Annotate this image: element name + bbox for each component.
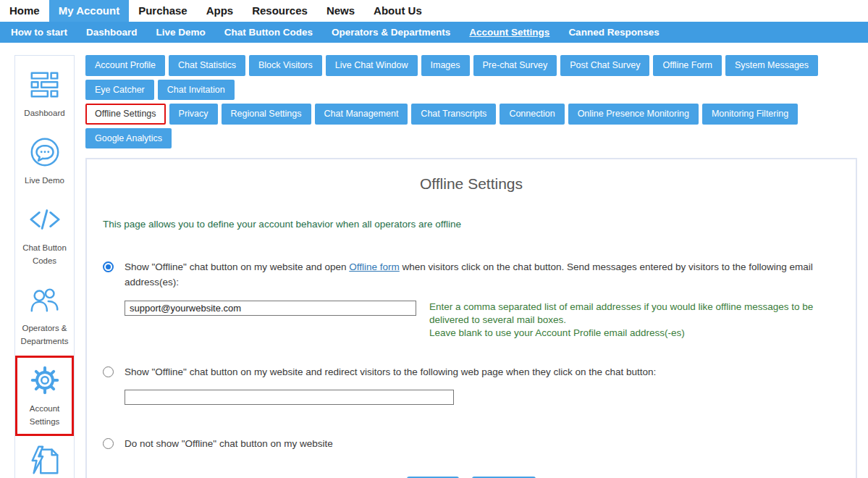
sidebar: Dashboard Live Demo [14, 55, 75, 478]
sidebar-item-label: Account Settings [30, 404, 60, 426]
code-icon [28, 203, 62, 236]
tab-connection[interactable]: Connection [500, 104, 564, 125]
gear-icon [28, 364, 62, 397]
tab-pre-chat-survey[interactable]: Pre-chat Survey [473, 55, 557, 76]
sidebar-item-label: Chat Button Codes [22, 243, 67, 265]
top-nav-news[interactable]: News [317, 0, 364, 22]
sub-nav-dashboard[interactable]: Dashboard [77, 22, 147, 43]
tab-privacy[interactable]: Privacy [169, 104, 218, 125]
sub-nav: How to start Dashboard Live Demo Chat Bu… [0, 22, 868, 43]
sub-nav-operators-departments[interactable]: Operators & Departments [322, 22, 460, 43]
top-nav: Home My Account Purchase Apps Resources … [0, 0, 868, 22]
radio-no-offline-button[interactable] [103, 438, 114, 449]
option-show-offline-form: Show "Offline" chat button on my website… [103, 260, 840, 290]
settings-tabs-row-1: Account Profile Chat Statistics Block Vi… [85, 55, 857, 100]
top-nav-about-us[interactable]: About Us [364, 0, 431, 22]
redirect-url-input[interactable] [125, 390, 454, 405]
sidebar-item-label: Live Demo [25, 176, 64, 185]
tab-post-chat-survey[interactable]: Post Chat Survey [560, 55, 649, 76]
people-icon [28, 283, 62, 316]
tab-chat-invitation[interactable]: Chat Invitation [158, 80, 235, 101]
tab-regional-settings[interactable]: Regional Settings [222, 104, 311, 125]
radio-redirect-webpage[interactable] [103, 366, 114, 377]
sub-nav-canned-responses[interactable]: Canned Responses [559, 22, 668, 43]
sidebar-item-canned-responses[interactable]: Canned Responses [15, 436, 74, 478]
sidebar-item-dashboard[interactable]: Dashboard [15, 60, 74, 127]
top-nav-purchase[interactable]: Purchase [129, 0, 197, 22]
email-hint-text: Enter a comma separated list of email ad… [429, 301, 831, 340]
tab-monitoring-filtering[interactable]: Monitoring Filtering [702, 104, 798, 125]
tab-account-profile[interactable]: Account Profile [85, 55, 165, 76]
tab-google-analytics[interactable]: Google Analytics [85, 128, 172, 149]
email-input-row: Enter a comma separated list of email ad… [125, 301, 840, 340]
option-label: Show "Offline" chat button on my website… [125, 365, 656, 380]
offline-email-input[interactable] [125, 301, 416, 316]
sidebar-item-operators-departments[interactable]: Operators & Departments [15, 275, 74, 356]
chat-bubble-icon [28, 135, 62, 169]
top-nav-home[interactable]: Home [0, 0, 49, 22]
email-hint-line2: Leave blank to use your Account Profile … [429, 327, 685, 338]
option-redirect-webpage: Show "Offline" chat button on my website… [103, 365, 840, 380]
top-nav-apps[interactable]: Apps [197, 0, 243, 22]
sub-nav-how-to-start[interactable]: How to start [1, 22, 77, 43]
page-description: This page allows you to define your acco… [103, 219, 840, 230]
settings-tabs-row-2: Offline Settings Privacy Regional Settin… [85, 104, 857, 148]
tab-online-presence-monitoring[interactable]: Online Presence Monitoring [568, 104, 699, 125]
tab-eye-catcher[interactable]: Eye Catcher [85, 80, 154, 101]
lightning-page-icon [28, 444, 62, 477]
option-no-offline-button: Do not show "Offline" chat button on my … [103, 437, 840, 452]
tab-offline-form[interactable]: Offline Form [653, 55, 722, 76]
sub-nav-account-settings[interactable]: Account Settings [460, 22, 559, 43]
offline-settings-panel: Offline Settings This page allows you to… [85, 158, 857, 478]
top-nav-resources[interactable]: Resources [243, 0, 317, 22]
tab-images[interactable]: Images [421, 55, 470, 76]
option-label: Show "Offline" chat button on my website… [125, 260, 840, 290]
sidebar-item-label: Dashboard [24, 109, 64, 117]
option-label: Do not show "Offline" chat button on my … [125, 437, 333, 452]
url-input-row [125, 390, 840, 405]
tab-offline-settings[interactable]: Offline Settings [85, 104, 166, 125]
offline-form-link[interactable]: Offline form [349, 261, 400, 272]
sidebar-item-live-demo[interactable]: Live Demo [15, 127, 74, 195]
tab-block-visitors[interactable]: Block Visitors [249, 55, 322, 76]
page-title: Offline Settings [103, 175, 840, 193]
option1-text-before: Show "Offline" chat button on my website… [125, 261, 349, 272]
sidebar-item-chat-button-codes[interactable]: Chat Button Codes [15, 195, 74, 275]
email-hint-line1: Enter a comma separated list of email ad… [429, 301, 813, 325]
tab-chat-transcripts[interactable]: Chat Transcripts [411, 104, 496, 125]
radio-show-offline-form[interactable] [103, 261, 114, 272]
top-nav-my-account[interactable]: My Account [49, 0, 129, 22]
tab-live-chat-window[interactable]: Live Chat Window [326, 55, 418, 76]
sidebar-item-label: Operators & Departments [21, 324, 69, 345]
tab-chat-statistics[interactable]: Chat Statistics [169, 55, 245, 76]
sidebar-item-account-settings[interactable]: Account Settings [15, 356, 74, 436]
tab-system-messages[interactable]: System Messages [725, 55, 818, 76]
sub-nav-chat-button-codes[interactable]: Chat Button Codes [215, 22, 322, 43]
dashboard-icon [28, 68, 62, 101]
tab-chat-management[interactable]: Chat Management [315, 104, 408, 125]
sub-nav-live-demo[interactable]: Live Demo [147, 22, 215, 43]
